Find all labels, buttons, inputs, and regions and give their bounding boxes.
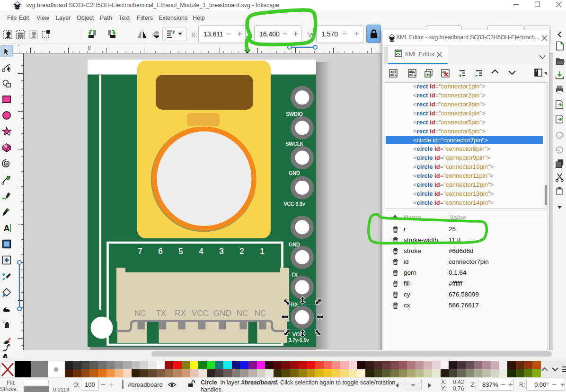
svg-text:4: 4 <box>199 247 203 256</box>
svg-text:A: A <box>4 224 10 233</box>
svg-text:3: 3 <box>219 247 223 256</box>
svg-text:5: 5 <box>178 247 183 256</box>
svg-text:TX: TX <box>291 272 297 278</box>
svg-text:1: 1 <box>260 247 264 256</box>
svg-text:GND: GND <box>213 309 231 318</box>
svg-text:7: 7 <box>138 247 142 256</box>
svg-text:+: + <box>414 73 416 78</box>
svg-text:<>: <> <box>409 73 413 77</box>
svg-text:+: + <box>395 73 397 78</box>
svg-text:SWDIO: SWDIO <box>286 111 303 117</box>
svg-text:GND: GND <box>289 170 300 176</box>
svg-text:RX: RX <box>175 309 186 318</box>
svg-text:VCC: VCC <box>192 309 209 318</box>
svg-text:<>: <> <box>426 73 431 77</box>
svg-text:3.7v-5.5v: 3.7v-5.5v <box>288 337 309 343</box>
svg-text:VCC 3.3v: VCC 3.3v <box>284 201 306 207</box>
svg-text:6: 6 <box>158 247 162 256</box>
svg-text:NC: NC <box>134 309 146 318</box>
svg-text:SWCLK: SWCLK <box>285 141 303 147</box>
svg-text:<>: <> <box>390 73 394 77</box>
svg-text:TX: TX <box>156 309 166 318</box>
svg-text:GND: GND <box>289 242 300 247</box>
svg-text:<>: <> <box>396 52 400 57</box>
svg-text:NC: NC <box>237 309 248 318</box>
svg-text:2: 2 <box>239 247 244 256</box>
svg-text:NC: NC <box>255 309 266 318</box>
